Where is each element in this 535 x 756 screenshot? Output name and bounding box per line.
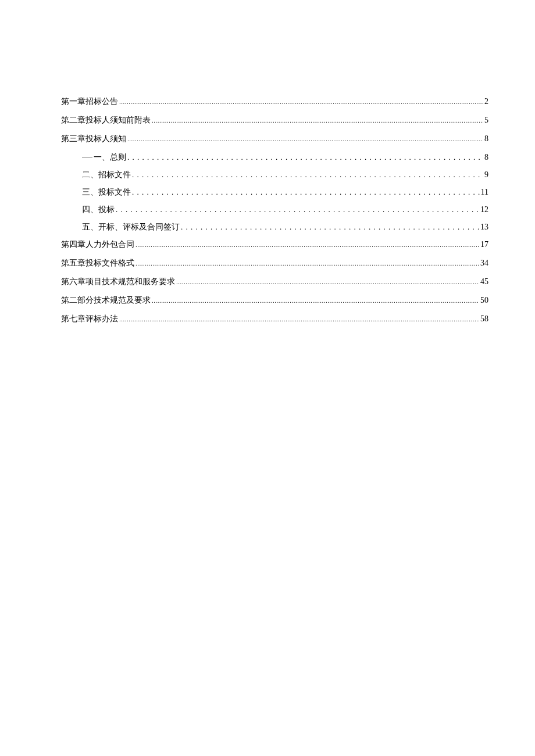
toc-title: 五、开标、评标及合同签订: [82, 223, 180, 231]
toc-leader: [176, 278, 479, 286]
toc-leader: [116, 206, 479, 214]
toc-leader: [181, 223, 479, 231]
toc-title: 第六章项目技术规范和服务要求: [61, 278, 175, 286]
toc-title: 三、投标文件: [82, 188, 131, 196]
toc-page: 2: [484, 98, 488, 106]
toc-title: 第五章投标文件格式: [61, 259, 134, 267]
toc-page: 8: [484, 135, 488, 143]
toc-entry: 五、开标、评标及合同签订 13: [61, 223, 488, 231]
toc-entry: 二、招标文件 9: [61, 171, 488, 179]
toc-leader: [119, 315, 479, 323]
toc-title: 第四章人力外包合同: [61, 241, 134, 249]
editor-mark-icon: [82, 157, 92, 158]
toc-page: 45: [480, 278, 488, 286]
toc-leader: [127, 153, 483, 162]
toc-page: 8: [484, 153, 488, 162]
toc-title: 第三章投标人须知: [61, 135, 126, 143]
toc-entry: 第三章投标人须知 8: [61, 135, 488, 143]
toc-title: 第二章投标人须知前附表: [61, 116, 151, 124]
toc-page: 50: [480, 296, 488, 304]
toc-leader: [135, 241, 479, 249]
toc-page: 11: [481, 188, 488, 196]
table-of-contents: 第一章招标公告 2 第二章投标人须知前附表 5 第三章投标人须知 8 一、总则 …: [61, 98, 488, 323]
toc-page: 13: [480, 223, 488, 231]
toc-entry: 第六章项目技术规范和服务要求 45: [61, 278, 488, 286]
toc-title: 一、总则: [82, 153, 126, 162]
toc-entry: 四、投标 12: [61, 206, 488, 214]
toc-leader: [132, 171, 483, 179]
toc-page: 12: [480, 206, 488, 214]
toc-page: 34: [480, 259, 488, 267]
toc-leader: [132, 188, 480, 196]
toc-entry: 三、投标文件 11: [61, 188, 488, 196]
toc-leader: [152, 116, 483, 124]
toc-title: 第七章评标办法: [61, 315, 118, 323]
toc-leader: [152, 296, 479, 304]
toc-entry: 第二部分技术规范及要求 50: [61, 296, 488, 304]
toc-leader: [135, 259, 479, 267]
toc-leader: [119, 98, 483, 106]
toc-entry: 一、总则 8: [61, 153, 488, 162]
toc-page: 9: [484, 171, 488, 179]
toc-entry: 第五章投标文件格式 34: [61, 259, 488, 267]
toc-entry: 第七章评标办法 58: [61, 315, 488, 323]
toc-title: 第二部分技术规范及要求: [61, 296, 151, 304]
toc-title: 第一章招标公告: [61, 98, 118, 106]
toc-entry: 第二章投标人须知前附表 5: [61, 116, 488, 124]
toc-page: 58: [480, 315, 488, 323]
toc-page: 5: [484, 116, 488, 124]
toc-title: 二、招标文件: [82, 171, 131, 179]
toc-entry: 第四章人力外包合同 17: [61, 241, 488, 249]
toc-leader: [127, 135, 483, 143]
toc-title: 四、投标: [82, 206, 115, 214]
toc-page: 17: [480, 241, 488, 249]
toc-entry: 第一章招标公告 2: [61, 98, 488, 106]
